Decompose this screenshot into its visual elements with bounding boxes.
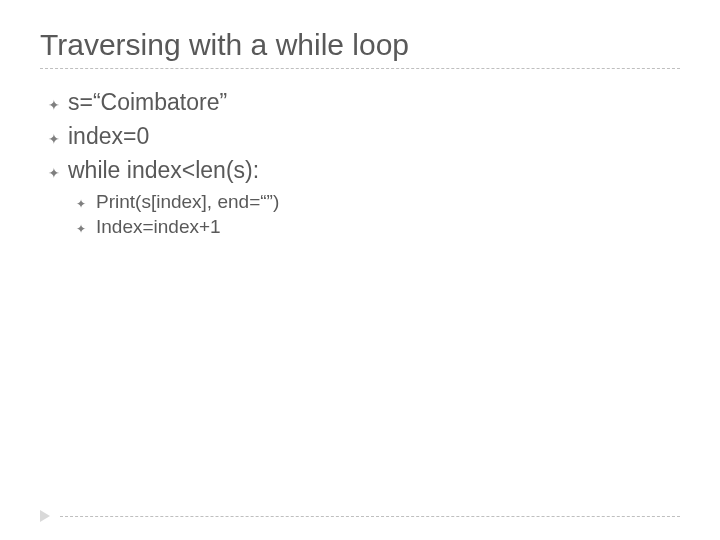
list-subitem-text: Index=index+1 (96, 216, 221, 238)
list-item-text: s=“Coimbatore” (68, 89, 227, 116)
list-subitem: ✦ Index=index+1 (76, 216, 680, 239)
list-item-text: while index<len(s): (68, 157, 259, 184)
bullet-icon: ✦ (48, 162, 68, 185)
list-item: ✦ index=0 (48, 123, 680, 151)
list-subitem: ✦ Print(s[index], end=“”) (76, 191, 680, 214)
slide: Traversing with a while loop ✦ s=“Coimba… (0, 0, 720, 540)
bullet-icon: ✦ (76, 220, 96, 239)
slide-title: Traversing with a while loop (40, 28, 680, 69)
list-item-text: index=0 (68, 123, 149, 150)
bullet-icon: ✦ (48, 128, 68, 151)
list-subitem-text: Print(s[index], end=“”) (96, 191, 279, 213)
footer-arrow-icon (40, 510, 50, 522)
bullet-icon: ✦ (48, 94, 68, 117)
list-item: ✦ s=“Coimbatore” (48, 89, 680, 117)
bullet-list: ✦ s=“Coimbatore” ✦ index=0 ✦ while index… (48, 89, 680, 239)
footer-divider (60, 516, 680, 517)
bullet-icon: ✦ (76, 195, 96, 214)
list-item: ✦ while index<len(s): (48, 157, 680, 185)
